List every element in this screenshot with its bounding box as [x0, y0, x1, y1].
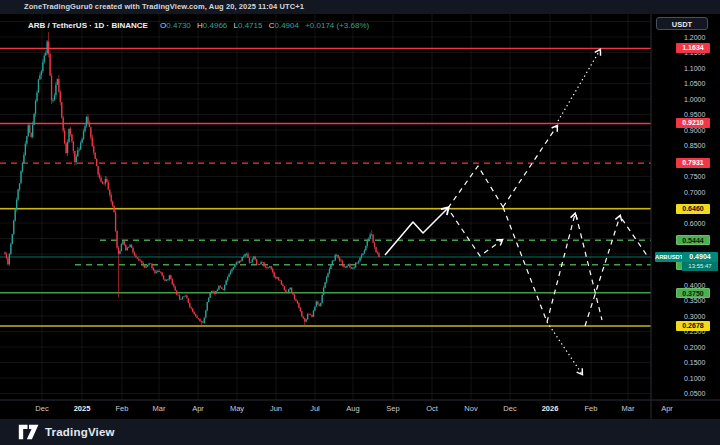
price-tick-label: 1.0500	[684, 79, 705, 88]
candles-up	[9, 40, 371, 324]
ohlc-legend[interactable]: ARB / TetherUS · 1D · BINANCE O0.4730 H0…	[28, 21, 369, 30]
level-price-label-0.7931: 0.7931	[676, 158, 710, 168]
level-price-label-0.5444: 0.5444	[676, 235, 710, 245]
level-price-label-0.6460: 0.6460	[676, 204, 710, 214]
countdown-label: 13:55:47	[682, 262, 718, 271]
projection-dashed-segment[interactable]	[547, 214, 575, 322]
level-price-label-0.3750: 0.3750	[676, 288, 710, 298]
tradingview-brand-text: TradingView	[45, 426, 115, 438]
time-axis-month-label: Feb	[585, 404, 598, 413]
high-value: 0.4966	[203, 21, 227, 30]
price-tick-label: 0.7000	[684, 188, 705, 197]
footer-bar: TradingView	[0, 419, 720, 445]
time-axis-month-label: Jul	[310, 404, 320, 413]
price-tick-label: 0.2000	[684, 343, 705, 352]
time-axis-month-label: Dec	[503, 404, 516, 413]
time-axis-month-label: Oct	[426, 404, 438, 413]
projection-dashed-segment[interactable]	[448, 166, 503, 208]
symbol-title[interactable]: ARB / TetherUS · 1D · BINANCE	[28, 21, 148, 30]
projection-dashed-segment[interactable]	[576, 215, 602, 320]
tradingview-brand[interactable]: TradingView	[18, 424, 115, 440]
projection-solid-segment[interactable]	[385, 208, 448, 255]
low-value: 0.4715	[238, 21, 262, 30]
price-tick-label: 1.1000	[684, 64, 705, 73]
currency-toggle-button[interactable]: USDT	[656, 17, 708, 30]
open-value: 0.4730	[166, 21, 190, 30]
time-axis-month-label: Feb	[116, 404, 129, 413]
price-tick-label: 0.0500	[684, 389, 705, 398]
time-axis-month-label: Dec	[35, 404, 48, 413]
time-axis-month-label: Mar	[622, 404, 635, 413]
level-price-label-1.1634: 1.1634	[676, 43, 710, 53]
price-tick-label: 1.2000	[684, 33, 705, 42]
time-axis-year-label: 2026	[542, 404, 559, 413]
change-value: +0.0174 (+3.68%)	[305, 21, 369, 30]
time-axis-month-label: Apr	[661, 404, 673, 413]
time-axis-month-label: Jun	[270, 404, 282, 413]
price-tick-label: 0.1500	[684, 358, 705, 367]
grid-lines	[0, 14, 651, 400]
price-tick-label: 0.6000	[684, 219, 705, 228]
level-price-label-0.2678: 0.2678	[676, 321, 710, 331]
price-tick-label: 0.1000	[684, 374, 705, 383]
watermark-bar: ZoneTradingGuru0 created with TradingVie…	[0, 0, 720, 14]
projection-dashed-segment[interactable]	[503, 126, 557, 207]
time-axis-month-label: Aug	[346, 404, 359, 413]
time-axis-month-label: Nov	[464, 404, 477, 413]
price-tick-label: 1.0000	[684, 95, 705, 104]
watermark-note: ZoneTradingGuru0 created with TradingVie…	[24, 2, 304, 11]
tradingview-logo-icon	[18, 424, 40, 440]
candlestick-chart[interactable]	[0, 14, 720, 419]
projection-dotted-segment[interactable]	[547, 322, 582, 374]
tradingview-chart-window: ZoneTradingGuru0 created with TradingVie…	[0, 0, 720, 445]
chart-area[interactable]: ARB / TetherUS · 1D · BINANCE O0.4730 H0…	[0, 14, 720, 419]
price-tick-label: 0.8500	[684, 141, 705, 150]
time-axis-month-label: Apr	[192, 404, 204, 413]
current-price-label: 0.4904	[682, 252, 718, 262]
time-axis-month-label: Mar	[153, 404, 166, 413]
price-tick-label: 0.3000	[684, 312, 705, 321]
price-tick-label: 0.7500	[684, 172, 705, 181]
candles-down	[4, 32, 379, 326]
time-axis-month-label: May	[230, 404, 244, 413]
close-value: 0.4904	[274, 21, 298, 30]
time-axis-month-label: Sep	[386, 404, 399, 413]
time-axis-year-label: 2025	[74, 404, 91, 413]
current-price-box: 0.490413:55:47	[682, 252, 718, 271]
symbol-price-tag: ARBUSDT	[655, 252, 682, 262]
projection-dotted-segment[interactable]	[558, 50, 600, 121]
projection-dashed-segment[interactable]	[451, 213, 502, 256]
level-price-label-0.9210: 0.9210	[676, 118, 710, 128]
